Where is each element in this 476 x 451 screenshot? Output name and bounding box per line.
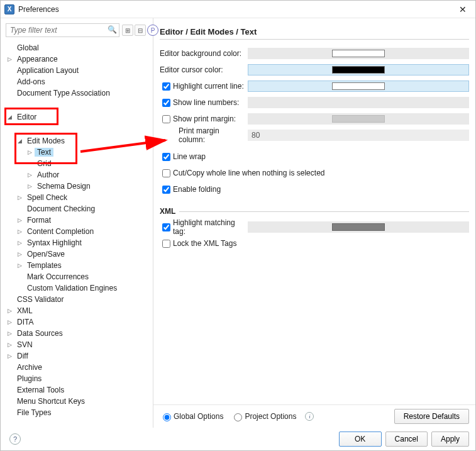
folding-checkbox[interactable]: [162, 186, 170, 194]
lock-xml-label: Lock the XML Tags: [173, 239, 236, 248]
print-margin-label: Show print margin:: [173, 114, 236, 123]
line-numbers-checkbox[interactable]: [162, 99, 170, 107]
tree-item-open-save[interactable]: ▷Open/Save: [14, 248, 153, 260]
line-numbers-label: Show line numbers:: [173, 98, 239, 107]
tree-item-mark-occurrences[interactable]: ▸Mark Occurrences: [14, 271, 153, 282]
cursor-color-picker[interactable]: [248, 64, 469, 75]
highlight-tag-checkbox[interactable]: [162, 223, 170, 231]
tree-item-diff[interactable]: ▷Diff: [4, 350, 153, 362]
chevron-right-icon[interactable]: ▷: [6, 341, 13, 348]
tree-item-document-checking[interactable]: ▸Document Checking: [14, 203, 153, 214]
chevron-right-icon[interactable]: ▷: [16, 239, 23, 247]
chevron-right-icon[interactable]: ▷: [26, 148, 33, 156]
tree-item-appearance[interactable]: ▷Appearance: [4, 53, 153, 65]
tree-item-menu-shortcut[interactable]: ▸Menu Shortcut Keys: [4, 396, 153, 407]
chevron-down-icon[interactable]: ◢: [16, 137, 23, 145]
chevron-right-icon[interactable]: ▷: [16, 250, 23, 258]
chevron-right-icon[interactable]: ▷: [16, 228, 23, 235]
print-margin-color-picker[interactable]: [248, 113, 469, 125]
chevron-right-icon[interactable]: ▷: [6, 318, 13, 326]
tree-item-data-sources[interactable]: ▷Data Sources: [4, 328, 153, 339]
cursor-color-label: Editor cursor color:: [160, 65, 223, 74]
preferences-tree[interactable]: ▸Global ▷Appearance ▸Application Layout …: [1, 42, 153, 418]
cutcopy-label: Cut/Copy whole line when nothing is sele…: [173, 169, 324, 177]
window-title: Preferences: [18, 5, 59, 14]
chevron-right-icon[interactable]: ▷: [16, 262, 23, 269]
print-margin-col-label: Print margin column:: [179, 126, 248, 144]
bg-color-label: Editor background color:: [160, 49, 241, 58]
lock-xml-checkbox[interactable]: [162, 240, 170, 248]
tree-item-file-types[interactable]: ▸File Types: [4, 407, 153, 418]
folding-label: Enable folding: [173, 185, 221, 194]
project-options-radio[interactable]: Project Options: [231, 411, 296, 421]
chevron-right-icon[interactable]: ▷: [26, 182, 33, 190]
tree-item-css-validator[interactable]: ▸CSS Validator: [4, 294, 153, 305]
global-options-radio[interactable]: Global Options: [160, 411, 223, 421]
tree-item-schema-design[interactable]: ▷Schema Design: [25, 181, 153, 192]
chevron-right-icon[interactable]: ▷: [6, 55, 13, 63]
tree-item-templates[interactable]: ▷Templates: [14, 260, 153, 271]
tree-item-editor[interactable]: ◢Editor: [4, 111, 153, 123]
apply-button[interactable]: Apply: [431, 432, 469, 447]
tree-item-archive[interactable]: ▸Archive: [4, 362, 153, 373]
line-wrap-checkbox[interactable]: [162, 153, 170, 161]
highlight-line-color-picker[interactable]: [248, 81, 469, 92]
tree-item-addons[interactable]: ▸Add-ons: [4, 76, 153, 87]
cancel-button[interactable]: Cancel: [385, 432, 428, 447]
search-icon[interactable]: 🔍: [108, 25, 117, 34]
cutcopy-checkbox[interactable]: [162, 169, 170, 177]
chevron-right-icon[interactable]: ▷: [16, 194, 23, 201]
restore-defaults-button[interactable]: Restore Defaults: [394, 409, 469, 424]
tree-item-format[interactable]: ▷Format: [14, 214, 153, 226]
tree-item-content-completion[interactable]: ▷Content Completion: [14, 226, 153, 237]
print-margin-col-input[interactable]: 80: [248, 130, 469, 141]
highlight-tag-label: Highlight matching tag:: [173, 218, 248, 236]
chevron-right-icon[interactable]: ▷: [26, 171, 33, 179]
tree-item-grid[interactable]: ▸Grid: [25, 158, 153, 169]
ok-button[interactable]: OK: [339, 432, 382, 447]
highlight-tag-color-picker[interactable]: [248, 221, 469, 233]
tree-item-plugins[interactable]: ▸Plugins: [4, 373, 153, 384]
tree-item-syntax-highlight[interactable]: ▷Syntax Highlight: [14, 237, 153, 248]
breadcrumb: Editor / Edit Modes / Text: [160, 27, 469, 36]
info-icon[interactable]: i: [305, 412, 314, 421]
tree-item-svn[interactable]: ▷SVN: [4, 339, 153, 350]
collapse-tree-icon[interactable]: ⊟: [135, 25, 146, 36]
tree-item-application-layout[interactable]: ▸Application Layout: [4, 65, 153, 76]
tree-item-xml[interactable]: ▷XML: [4, 305, 153, 316]
filter-input[interactable]: [6, 23, 119, 37]
print-margin-checkbox[interactable]: [162, 115, 170, 123]
tree-item-text[interactable]: ▷Text: [25, 147, 153, 158]
tree-item-spell-check[interactable]: ▷Spell Check: [14, 192, 153, 203]
tree-item-global[interactable]: ▸Global: [4, 42, 153, 53]
app-icon: X: [4, 4, 14, 14]
help-icon[interactable]: ?: [9, 433, 21, 445]
tree-item-doc-type-assoc[interactable]: ▸Document Type Association: [4, 87, 153, 99]
chevron-down-icon[interactable]: ◢: [6, 113, 13, 121]
close-icon[interactable]: ✕: [454, 4, 472, 14]
tree-item-custom-validation[interactable]: ▸Custom Validation Engines: [14, 282, 153, 294]
highlight-line-label: Highlight current line:: [173, 82, 244, 91]
tree-item-external-tools[interactable]: ▸External Tools: [4, 384, 153, 396]
bg-color-picker[interactable]: [248, 48, 469, 59]
chevron-right-icon[interactable]: ▷: [6, 352, 13, 360]
tree-item-author[interactable]: ▷Author: [25, 169, 153, 181]
chevron-right-icon[interactable]: ▷: [6, 330, 13, 337]
xml-section-label: XML: [160, 207, 175, 216]
expand-tree-icon[interactable]: ⊞: [122, 25, 133, 36]
line-numbers-color-picker[interactable]: [248, 97, 469, 108]
line-wrap-label: Line wrap: [173, 152, 206, 161]
chevron-right-icon[interactable]: ▷: [6, 307, 13, 315]
chevron-right-icon[interactable]: ▷: [16, 216, 23, 224]
tree-item-dita[interactable]: ▷DITA: [4, 316, 153, 328]
highlight-line-checkbox[interactable]: [162, 82, 170, 91]
tree-item-edit-modes[interactable]: ◢Edit Modes: [14, 135, 153, 147]
